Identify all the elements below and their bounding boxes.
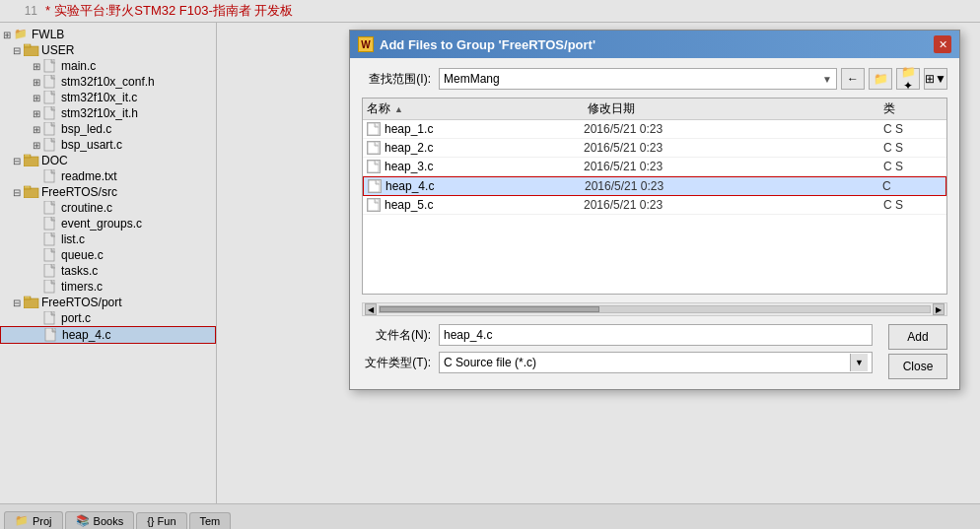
- search-input-wrapper: MemMang ▼ ← 📁 📁✦ ⊞▼: [439, 68, 947, 90]
- file-icon-4: [367, 198, 381, 212]
- scroll-right-button[interactable]: ▶: [933, 303, 945, 315]
- file-row-0[interactable]: heap_1.c2016/5/21 0:23C S: [363, 120, 946, 139]
- file-name-cell-2: heap_3.c: [367, 160, 584, 173]
- file-date-cell-2: 2016/5/21 0:23: [584, 160, 883, 173]
- file-date-cell-1: 2016/5/21 0:23: [584, 141, 883, 155]
- scroll-track[interactable]: [379, 305, 931, 313]
- col-type-header[interactable]: 类: [883, 100, 943, 117]
- file-list-body: heap_1.c2016/5/21 0:23C Sheap_2.c2016/5/…: [363, 120, 946, 215]
- file-name-cell-3: heap_4.c: [368, 179, 585, 193]
- file-type-cell-1: C S: [883, 141, 943, 155]
- svg-rect-29: [368, 161, 379, 172]
- dialog-title-left: W Add Files to Group 'FreeRTOS/port': [358, 36, 595, 52]
- filetype-row: 文件类型(T): C Source file (*.c) ▼: [362, 352, 873, 373]
- dialog-body: 查找范围(I): MemMang ▼ ← 📁 📁✦ ⊞▼: [350, 58, 959, 389]
- file-list-area: 名称 ▲ 修改日期 类 heap_1.c2016/5/21 0:23C Shea…: [362, 98, 947, 295]
- dialog-title-bar: W Add Files to Group 'FreeRTOS/port' ✕: [350, 31, 959, 58]
- dialog-close-button[interactable]: ✕: [934, 35, 951, 53]
- filetype-combo-arrow-icon[interactable]: ▼: [850, 354, 868, 371]
- file-row-3[interactable]: heap_4.c2016/5/21 0:23C: [363, 176, 946, 196]
- svg-rect-31: [368, 199, 379, 211]
- file-icon-0: [367, 122, 381, 136]
- svg-rect-30: [369, 180, 380, 192]
- file-icon-2: [367, 160, 381, 173]
- file-type-cell-0: C S: [883, 122, 943, 136]
- file-icon-1: [367, 141, 381, 155]
- sort-arrow-icon: ▲: [394, 104, 403, 114]
- modal-overlay: W Add Files to Group 'FreeRTOS/port' ✕ 查…: [0, 23, 980, 503]
- file-row-1[interactable]: heap_2.c2016/5/21 0:23C S: [363, 139, 946, 158]
- form-fields: 文件名(N): 文件类型(T): C Source file (*.c) ▼: [362, 324, 873, 379]
- close-button[interactable]: Close: [888, 354, 947, 379]
- file-name-cell-0: heap_1.c: [367, 122, 584, 136]
- filename-row: 文件名(N):: [362, 324, 873, 346]
- dialog-title-text: Add Files to Group 'FreeRTOS/port': [380, 37, 595, 52]
- dialog-title-icon: W: [358, 36, 374, 52]
- action-buttons: Add Close: [888, 324, 947, 379]
- new-folder-button[interactable]: 📁✦: [896, 68, 920, 90]
- scroll-thumb[interactable]: [380, 306, 599, 312]
- form-section: 文件名(N): 文件类型(T): C Source file (*.c) ▼: [362, 324, 947, 379]
- filename-input[interactable]: [439, 324, 873, 346]
- col-date-header[interactable]: 修改日期: [588, 100, 879, 117]
- file-type-cell-3: C: [882, 179, 942, 193]
- file-name-cell-4: heap_5.c: [367, 198, 584, 212]
- file-date-cell-3: 2016/5/21 0:23: [585, 179, 882, 193]
- search-combo-value: MemMang: [444, 72, 822, 86]
- file-date-cell-0: 2016/5/21 0:23: [584, 122, 883, 136]
- scroll-left-button[interactable]: ◀: [365, 303, 377, 315]
- svg-rect-28: [368, 142, 379, 154]
- file-list-header: 名称 ▲ 修改日期 类: [363, 99, 946, 120]
- filetype-label: 文件类型(T):: [362, 355, 431, 371]
- back-button[interactable]: ←: [841, 68, 865, 90]
- file-date-cell-4: 2016/5/21 0:23: [584, 198, 883, 212]
- col-name-header[interactable]: 名称 ▲: [367, 100, 584, 117]
- folder-up-button[interactable]: 📁: [869, 68, 892, 90]
- search-combo[interactable]: MemMang ▼: [439, 68, 837, 90]
- search-label: 查找范围(I):: [362, 71, 431, 88]
- file-row-4[interactable]: heap_5.c2016/5/21 0:23C S: [363, 196, 946, 215]
- add-button[interactable]: Add: [888, 324, 947, 350]
- add-files-dialog: W Add Files to Group 'FreeRTOS/port' ✕ 查…: [349, 30, 960, 390]
- file-type-cell-4: C S: [883, 198, 943, 212]
- file-row-2[interactable]: heap_3.c2016/5/21 0:23C S: [363, 158, 946, 176]
- file-icon-3: [368, 179, 382, 193]
- file-type-cell-2: C S: [883, 160, 943, 173]
- filename-label: 文件名(N):: [362, 327, 431, 344]
- horizontal-scrollbar[interactable]: ◀ ▶: [362, 302, 947, 316]
- search-row: 查找范围(I): MemMang ▼ ← 📁 📁✦ ⊞▼: [362, 68, 947, 90]
- filetype-combo[interactable]: C Source file (*.c) ▼: [439, 352, 873, 373]
- main-content: ⊞📁FWLB⊟USER⊞main.c⊞stm32f10x_conf.h⊞stm3…: [0, 23, 980, 503]
- file-name-cell-1: heap_2.c: [367, 141, 584, 155]
- filetype-combo-value: C Source file (*.c): [444, 356, 850, 369]
- view-toggle-button[interactable]: ⊞▼: [924, 68, 947, 90]
- svg-rect-27: [368, 123, 379, 135]
- search-combo-arrow-icon[interactable]: ▼: [822, 74, 832, 85]
